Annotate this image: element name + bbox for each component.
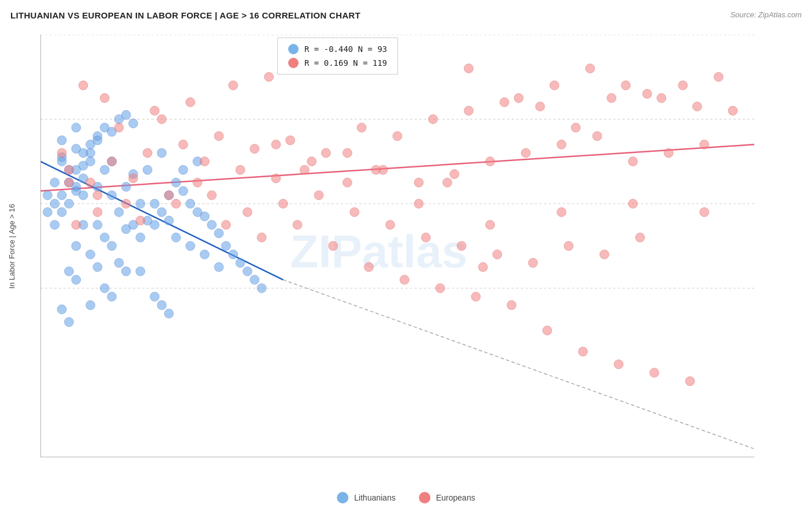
svg-point-139: [664, 148, 673, 158]
svg-point-115: [429, 114, 438, 124]
svg-point-129: [307, 157, 316, 166]
svg-point-87: [172, 233, 181, 242]
svg-point-65: [214, 229, 224, 238]
svg-point-163: [265, 72, 274, 81]
svg-point-53: [64, 318, 73, 327]
svg-point-199: [478, 263, 487, 272]
svg-point-57: [143, 165, 152, 174]
svg-point-38: [86, 250, 95, 259]
svg-point-67: [229, 250, 238, 259]
svg-point-84: [114, 207, 124, 217]
svg-point-104: [64, 165, 73, 174]
svg-point-154: [528, 258, 538, 267]
svg-point-46: [136, 233, 145, 242]
svg-point-51: [107, 292, 117, 301]
svg-point-188: [342, 178, 352, 187]
svg-point-88: [186, 241, 195, 251]
svg-point-157: [635, 233, 645, 242]
svg-point-147: [278, 199, 288, 208]
svg-point-186: [200, 157, 209, 166]
svg-point-172: [293, 220, 302, 229]
svg-point-14: [57, 191, 66, 200]
svg-point-177: [471, 292, 481, 301]
svg-point-90: [214, 263, 224, 272]
y-axis-label: In Labor Force | Age > 16: [8, 204, 16, 289]
svg-point-136: [557, 140, 566, 149]
svg-point-107: [143, 148, 152, 158]
svg-point-175: [400, 275, 409, 285]
svg-point-196: [443, 178, 452, 187]
svg-point-148: [314, 191, 323, 200]
footer-label-lithuanians: Lithuanians: [354, 493, 396, 502]
footer-color-europeans: [419, 492, 430, 503]
svg-point-161: [186, 98, 195, 107]
svg-point-171: [728, 106, 737, 115]
svg-point-92: [86, 140, 95, 149]
legend-color-blue: [288, 44, 299, 54]
svg-point-35: [93, 220, 102, 229]
svg-point-195: [371, 165, 381, 174]
svg-point-120: [607, 94, 616, 103]
svg-point-184: [57, 148, 66, 158]
footer-color-lithuanians: [337, 492, 348, 503]
svg-point-34: [129, 119, 138, 128]
svg-point-200: [114, 123, 124, 132]
legend-text-pink: R = 0.169 N = 119: [304, 58, 387, 68]
svg-point-114: [393, 132, 402, 141]
svg-line-13: [283, 280, 754, 449]
svg-point-138: [628, 157, 638, 166]
svg-point-179: [543, 326, 552, 335]
svg-point-105: [86, 178, 95, 187]
svg-point-197: [221, 220, 230, 229]
svg-point-81: [50, 220, 59, 229]
svg-point-49: [93, 263, 102, 272]
svg-point-72: [178, 165, 188, 174]
legend-row-pink: R = 0.169 N = 119: [288, 58, 387, 68]
svg-point-126: [193, 178, 202, 187]
svg-point-166: [550, 81, 559, 90]
svg-point-165: [514, 94, 523, 103]
svg-point-167: [586, 64, 595, 73]
svg-point-162: [229, 81, 238, 90]
svg-point-106: [107, 157, 117, 166]
svg-point-59: [178, 186, 188, 196]
svg-point-117: [500, 98, 509, 107]
svg-point-60: [186, 199, 195, 208]
svg-point-190: [486, 220, 495, 229]
svg-point-193: [699, 207, 709, 217]
svg-point-69: [243, 267, 252, 276]
svg-point-79: [43, 191, 52, 200]
svg-point-180: [578, 347, 587, 356]
svg-point-192: [628, 199, 638, 208]
svg-point-99: [157, 300, 166, 309]
svg-point-122: [678, 81, 687, 90]
svg-point-113: [357, 123, 366, 132]
svg-point-33: [121, 110, 131, 120]
svg-point-203: [93, 191, 102, 200]
svg-point-149: [350, 207, 359, 217]
svg-point-160: [150, 106, 159, 115]
svg-point-194: [300, 165, 309, 174]
footer-lithuanians: Lithuanians: [337, 492, 396, 503]
svg-point-132: [414, 178, 423, 187]
svg-point-52: [57, 305, 66, 314]
svg-point-128: [271, 174, 281, 183]
svg-point-124: [121, 199, 131, 208]
svg-point-201: [157, 114, 166, 124]
footer-label-europeans: Europeans: [436, 493, 475, 502]
svg-point-164: [464, 64, 474, 73]
footer-europeans: Europeans: [419, 492, 475, 503]
svg-point-202: [64, 178, 73, 187]
svg-point-80: [43, 207, 52, 217]
svg-point-94: [100, 165, 109, 174]
svg-point-108: [178, 140, 188, 149]
svg-point-121: [643, 89, 652, 98]
svg-point-111: [286, 136, 295, 145]
svg-point-54: [86, 300, 95, 309]
svg-point-155: [564, 241, 573, 251]
chart-container: LITHUANIAN VS EUROPEAN IN LABOR FORCE | …: [0, 0, 812, 515]
svg-point-24: [64, 199, 73, 208]
svg-point-119: [571, 123, 580, 132]
svg-point-28: [86, 157, 95, 166]
svg-point-144: [172, 199, 181, 208]
